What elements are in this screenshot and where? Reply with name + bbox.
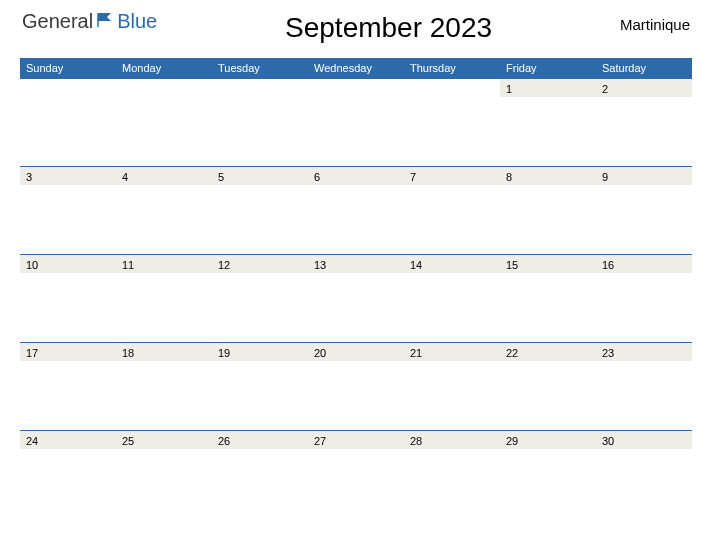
day-number: 21 bbox=[410, 347, 494, 359]
brand-text-2: Blue bbox=[117, 10, 157, 33]
calendar-day-cell: 8 bbox=[500, 167, 596, 255]
day-number: 25 bbox=[122, 435, 206, 447]
calendar-day-cell: 21 bbox=[404, 343, 500, 431]
calendar-day-cell: 17 bbox=[20, 343, 116, 431]
day-number: 2 bbox=[602, 83, 686, 95]
day-number: 23 bbox=[602, 347, 686, 359]
day-number: 7 bbox=[410, 171, 494, 183]
weekday-header: Saturday bbox=[596, 58, 692, 79]
day-number: 12 bbox=[218, 259, 302, 271]
day-number: 30 bbox=[602, 435, 686, 447]
day-number: 17 bbox=[26, 347, 110, 359]
region-label: Martinique bbox=[620, 16, 690, 33]
weekday-header: Wednesday bbox=[308, 58, 404, 79]
calendar-day-cell: 27 bbox=[308, 431, 404, 519]
calendar-day-cell: 3 bbox=[20, 167, 116, 255]
calendar-week-row: 17181920212223 bbox=[20, 343, 692, 431]
day-number: 1 bbox=[506, 83, 590, 95]
calendar-day-cell: 14 bbox=[404, 255, 500, 343]
weekday-header: Friday bbox=[500, 58, 596, 79]
day-number: 29 bbox=[506, 435, 590, 447]
day-number: 14 bbox=[410, 259, 494, 271]
calendar-week-row: 12 bbox=[20, 79, 692, 167]
calendar-day-cell: 22 bbox=[500, 343, 596, 431]
weekday-header: Monday bbox=[116, 58, 212, 79]
calendar-day-cell bbox=[308, 79, 404, 167]
day-number: 27 bbox=[314, 435, 398, 447]
day-number: 22 bbox=[506, 347, 590, 359]
day-number: 18 bbox=[122, 347, 206, 359]
calendar-day-cell: 1 bbox=[500, 79, 596, 167]
page-title: September 2023 bbox=[157, 12, 620, 44]
calendar-grid: Sunday Monday Tuesday Wednesday Thursday… bbox=[20, 58, 692, 519]
day-number: 26 bbox=[218, 435, 302, 447]
brand-logo: General Blue bbox=[22, 10, 157, 33]
calendar-day-cell: 7 bbox=[404, 167, 500, 255]
day-number: 10 bbox=[26, 259, 110, 271]
day-number: 15 bbox=[506, 259, 590, 271]
calendar-day-cell bbox=[116, 79, 212, 167]
calendar-day-cell: 15 bbox=[500, 255, 596, 343]
calendar-day-cell: 29 bbox=[500, 431, 596, 519]
flag-icon bbox=[97, 10, 115, 33]
day-number: 19 bbox=[218, 347, 302, 359]
day-number: 16 bbox=[602, 259, 686, 271]
calendar-day-cell: 10 bbox=[20, 255, 116, 343]
calendar-day-cell: 12 bbox=[212, 255, 308, 343]
day-number: 6 bbox=[314, 171, 398, 183]
calendar-day-cell: 30 bbox=[596, 431, 692, 519]
calendar-day-cell: 4 bbox=[116, 167, 212, 255]
calendar-day-cell bbox=[212, 79, 308, 167]
calendar-day-cell: 18 bbox=[116, 343, 212, 431]
calendar-day-cell: 23 bbox=[596, 343, 692, 431]
calendar-day-cell: 2 bbox=[596, 79, 692, 167]
day-number: 8 bbox=[506, 171, 590, 183]
calendar-week-row: 24252627282930 bbox=[20, 431, 692, 519]
day-number: 20 bbox=[314, 347, 398, 359]
calendar-day-cell: 25 bbox=[116, 431, 212, 519]
calendar-day-cell: 19 bbox=[212, 343, 308, 431]
calendar-day-cell bbox=[404, 79, 500, 167]
calendar-day-cell: 5 bbox=[212, 167, 308, 255]
day-number: 9 bbox=[602, 171, 686, 183]
calendar-day-cell: 6 bbox=[308, 167, 404, 255]
day-number: 24 bbox=[26, 435, 110, 447]
calendar-day-cell: 9 bbox=[596, 167, 692, 255]
calendar-day-cell: 16 bbox=[596, 255, 692, 343]
calendar-day-cell bbox=[20, 79, 116, 167]
brand-text-1: General bbox=[22, 10, 93, 33]
day-number: 4 bbox=[122, 171, 206, 183]
calendar-week-row: 3456789 bbox=[20, 167, 692, 255]
weekday-header-row: Sunday Monday Tuesday Wednesday Thursday… bbox=[20, 58, 692, 79]
weekday-header: Sunday bbox=[20, 58, 116, 79]
calendar-day-cell: 13 bbox=[308, 255, 404, 343]
calendar-day-cell: 24 bbox=[20, 431, 116, 519]
calendar-day-cell: 11 bbox=[116, 255, 212, 343]
calendar-day-cell: 26 bbox=[212, 431, 308, 519]
calendar-week-row: 10111213141516 bbox=[20, 255, 692, 343]
day-number: 13 bbox=[314, 259, 398, 271]
day-number: 5 bbox=[218, 171, 302, 183]
weekday-header: Thursday bbox=[404, 58, 500, 79]
day-number: 3 bbox=[26, 171, 110, 183]
weekday-header: Tuesday bbox=[212, 58, 308, 79]
day-number: 11 bbox=[122, 259, 206, 271]
calendar-day-cell: 20 bbox=[308, 343, 404, 431]
day-number: 28 bbox=[410, 435, 494, 447]
calendar-day-cell: 28 bbox=[404, 431, 500, 519]
